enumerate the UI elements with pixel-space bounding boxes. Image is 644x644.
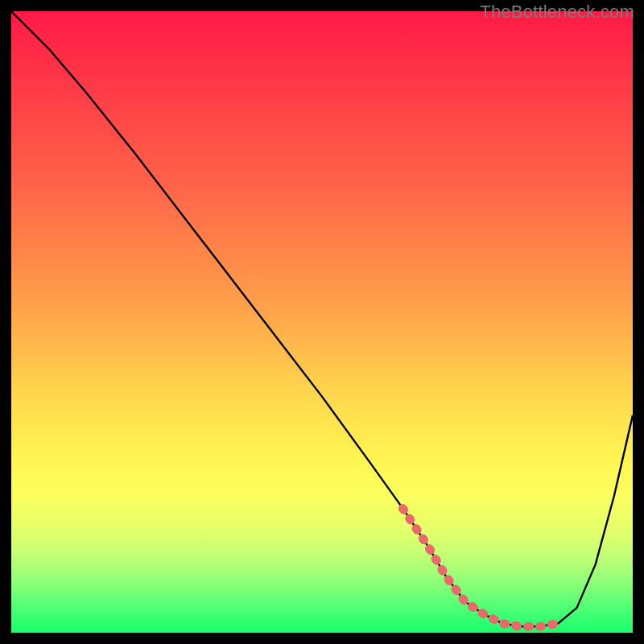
bottleneck-curve-svg	[11, 11, 633, 633]
bottleneck-highlight-path	[402, 509, 558, 627]
bottleneck-curve-path	[11, 11, 633, 626]
watermark-text: TheBottleneck.com	[480, 2, 634, 23]
chart-frame: TheBottleneck.com	[0, 0, 644, 644]
